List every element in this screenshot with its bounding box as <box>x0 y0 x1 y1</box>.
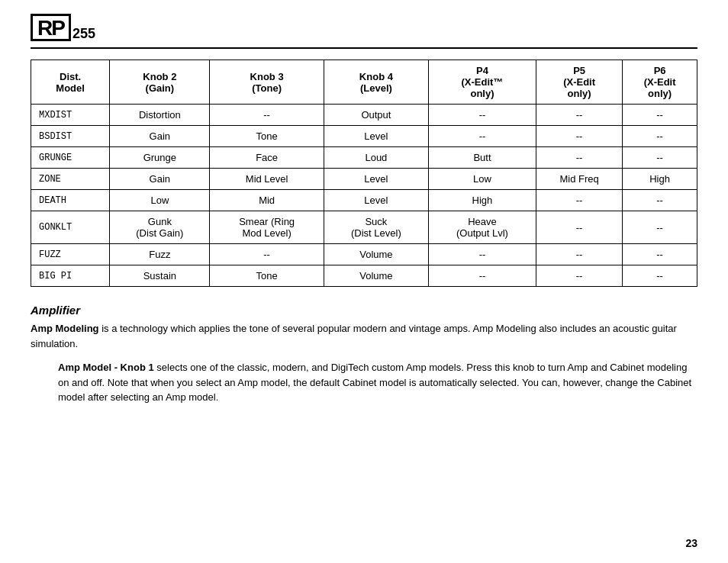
table-cell: BIG PI <box>31 265 110 287</box>
table-cell: -- <box>429 265 536 287</box>
table-cell: GONKLT <box>31 211 110 244</box>
table-cell: Gain <box>110 169 210 190</box>
table-cell: Mid Level <box>210 169 324 190</box>
table-cell: -- <box>429 126 536 147</box>
amp-model-bold: Amp Model - Knob 1 <box>58 362 154 373</box>
logo-underline <box>31 47 697 49</box>
table-cell: Low <box>110 190 210 211</box>
table-cell: Grunge <box>110 147 210 169</box>
table-cell: BSDIST <box>31 126 110 147</box>
table-cell: Heave(Output Lvl) <box>429 211 536 244</box>
amp-modeling-bold: Amp Modeling <box>31 323 99 334</box>
logo-rp: RP <box>31 14 71 41</box>
table-cell: -- <box>429 105 536 126</box>
table-row: FUZZFuzz--Volume------ <box>31 244 697 265</box>
distortion-table: Dist.Model Knob 2(Gain) Knob 3(Tone) Kno… <box>31 60 697 287</box>
header-p6: P6(X-Editonly) <box>623 60 697 105</box>
table-cell: Loud <box>324 147 428 169</box>
amp-modeling-text: is a technology which applies the tone o… <box>31 323 677 349</box>
table-cell: Sustain <box>110 265 210 287</box>
table-cell: ZONE <box>31 169 110 190</box>
table-cell: Tone <box>210 126 324 147</box>
table-cell: -- <box>536 105 622 126</box>
header-knob3: Knob 3(Tone) <box>210 60 324 105</box>
table-cell: -- <box>429 244 536 265</box>
table-row: GONKLTGunk(Dist Gain)Smear (RingMod Leve… <box>31 211 697 244</box>
amp-model-paragraph: Amp Model - Knob 1 selects one of the cl… <box>58 360 697 405</box>
table-cell: -- <box>536 265 622 287</box>
table-cell: -- <box>623 105 697 126</box>
table-row: GRUNGEGrungeFaceLoudButt---- <box>31 147 697 169</box>
table-row: MXDISTDistortion--Output------ <box>31 105 697 126</box>
table-row: ZONEGainMid LevelLevelLowMid FreqHigh <box>31 169 697 190</box>
table-cell: -- <box>536 211 622 244</box>
table-cell: -- <box>623 244 697 265</box>
table-cell: FUZZ <box>31 244 110 265</box>
table-cell: Tone <box>210 265 324 287</box>
table-cell: -- <box>623 126 697 147</box>
table-cell: -- <box>623 211 697 244</box>
header-p5: P5(X-Editonly) <box>536 60 622 105</box>
page: RP 255 Dist.Model Knob 2(Gain) Knob 3(To… <box>0 0 728 563</box>
table-cell: -- <box>623 147 697 169</box>
table-row: BSDISTGainToneLevel------ <box>31 126 697 147</box>
table-cell: Face <box>210 147 324 169</box>
table-cell: Volume <box>324 265 428 287</box>
table-cell: Level <box>324 126 428 147</box>
table-cell: -- <box>623 265 697 287</box>
logo-model: 255 <box>72 27 95 40</box>
logo-area: RP 255 <box>31 14 697 41</box>
amp-modeling-paragraph: Amp Modeling is a technology which appli… <box>31 321 697 351</box>
table-cell: Gain <box>110 126 210 147</box>
table-cell: Fuzz <box>110 244 210 265</box>
header-dist-model: Dist.Model <box>31 60 110 105</box>
table-cell: High <box>623 169 697 190</box>
table-cell: -- <box>536 244 622 265</box>
amplifier-title: Amplifier <box>31 304 697 317</box>
table-row: BIG PISustainToneVolume------ <box>31 265 697 287</box>
table-cell: Suck(Dist Level) <box>324 211 428 244</box>
table-cell: Smear (RingMod Level) <box>210 211 324 244</box>
header-p4: P4(X-Edit™only) <box>429 60 536 105</box>
table-cell: Volume <box>324 244 428 265</box>
table-row: DEATHLowMidLevelHigh---- <box>31 190 697 211</box>
table-cell: High <box>429 190 536 211</box>
table-cell: -- <box>536 147 622 169</box>
table-cell: DEATH <box>31 190 110 211</box>
amplifier-section: Amplifier Amp Modeling is a technology w… <box>31 304 697 405</box>
table-cell: MXDIST <box>31 105 110 126</box>
table-cell: -- <box>536 126 622 147</box>
header-knob4: Knob 4(Level) <box>324 60 428 105</box>
table-cell: Distortion <box>110 105 210 126</box>
table-cell: GRUNGE <box>31 147 110 169</box>
table-cell: Level <box>324 190 428 211</box>
table-cell: Low <box>429 169 536 190</box>
table-cell: -- <box>623 190 697 211</box>
table-cell: -- <box>210 244 324 265</box>
header-knob2: Knob 2(Gain) <box>110 60 210 105</box>
table-cell: Gunk(Dist Gain) <box>110 211 210 244</box>
table-cell: -- <box>210 105 324 126</box>
table-cell: Mid <box>210 190 324 211</box>
table-cell: -- <box>536 190 622 211</box>
table-cell: Mid Freq <box>536 169 622 190</box>
table-cell: Output <box>324 105 428 126</box>
table-cell: Butt <box>429 147 536 169</box>
table-cell: Level <box>324 169 428 190</box>
page-number: 23 <box>685 537 697 549</box>
